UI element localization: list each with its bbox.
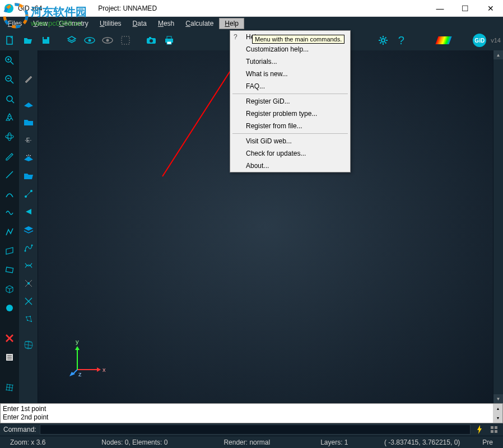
dotted-box-icon[interactable] <box>118 32 133 48</box>
svg-text:x: x <box>103 366 106 373</box>
zoom-out-icon[interactable] <box>3 73 16 86</box>
menu-files[interactable]: Files <box>2 18 27 29</box>
mesh-irregular-icon[interactable] <box>22 338 35 352</box>
lightning-icon[interactable] <box>474 424 485 435</box>
menu-item-faq[interactable]: FAQ... <box>230 80 350 92</box>
scatter-icon[interactable] <box>22 312 35 326</box>
project-label: Project: UNNAMED <box>98 4 157 12</box>
question-icon: ? <box>234 33 237 41</box>
app-icon <box>4 4 13 13</box>
eye-hide-icon[interactable] <box>100 32 115 48</box>
layers-icon[interactable] <box>64 32 80 48</box>
svg-rect-49 <box>495 426 497 429</box>
layer-folder-icon[interactable] <box>22 115 35 129</box>
arc-tool-icon[interactable] <box>3 187 16 200</box>
menu-item-tutorials[interactable]: Tutorials... <box>230 55 350 68</box>
menu-data[interactable]: Data <box>127 18 152 29</box>
svg-rect-48 <box>491 426 493 429</box>
zoom-fit-icon[interactable] <box>3 92 16 105</box>
rotate-3d-icon[interactable] <box>3 130 16 143</box>
log-scrollbar[interactable]: ▴ ▾ <box>493 404 502 423</box>
sphere-tool-icon[interactable] <box>3 301 16 315</box>
delete-x-icon[interactable] <box>3 332 16 345</box>
svg-rect-2 <box>44 37 47 39</box>
command-input[interactable] <box>40 424 471 435</box>
viewport-scrollbar[interactable]: ▲ ▼ <box>493 50 503 403</box>
svg-point-9 <box>150 39 153 43</box>
menu-help[interactable]: Help <box>219 18 244 29</box>
close-button[interactable]: ✕ <box>478 0 503 17</box>
svg-rect-51 <box>495 430 497 433</box>
print-icon[interactable] <box>161 32 177 48</box>
status-bar: Zoom: x 3.6 Nodes: 0, Elements: 0 Render… <box>0 436 503 448</box>
recycle-icon[interactable] <box>3 111 16 124</box>
command-log: Enter 1st point Enter 2nd point ▴ ▾ <box>0 403 503 423</box>
scroll-down-icon[interactable]: ▾ <box>493 413 502 423</box>
svg-marker-34 <box>97 367 101 372</box>
line-tool-icon[interactable] <box>3 168 16 181</box>
menu-item-check-updates[interactable]: Check for updates... <box>230 147 350 160</box>
intersect-icon[interactable] <box>22 295 35 308</box>
menu-item-customization-help[interactable]: Customization help... <box>230 43 350 55</box>
menu-utilities[interactable]: Utilities <box>94 18 127 29</box>
box-tool-icon[interactable] <box>3 282 16 296</box>
eye-show-icon[interactable] <box>82 32 97 48</box>
menu-item-register-gid[interactable]: Register GiD... <box>230 95 350 108</box>
grid-icon[interactable] <box>488 424 500 435</box>
folder-open-icon[interactable] <box>22 169 35 183</box>
scroll-up-icon[interactable]: ▴ <box>493 404 502 413</box>
menu-item-about[interactable]: About... <box>230 160 350 172</box>
layers-multi-icon[interactable] <box>22 223 35 236</box>
polyline-tool-icon[interactable] <box>3 225 16 239</box>
rainbow-arrow-icon[interactable] <box>436 32 451 48</box>
menu-item-register-from-file[interactable]: Register from file... <box>230 120 350 132</box>
camera-icon[interactable] <box>143 32 159 48</box>
menu-geometry[interactable]: Geometry <box>53 18 94 29</box>
title-bar: GiD x64 Project: UNNAMED — ☐ ✕ <box>0 0 503 17</box>
svg-point-14 <box>381 39 385 42</box>
settings-gear-icon[interactable] <box>375 32 391 48</box>
scroll-down-icon[interactable]: ▼ <box>493 394 503 403</box>
rectangle-tool-icon[interactable] <box>3 263 16 277</box>
edge-label-icon[interactable]: ·E· <box>22 133 35 147</box>
arrow-left-icon[interactable] <box>22 205 35 218</box>
mesh-icon[interactable] <box>3 381 16 394</box>
status-layers: Layers: 1 <box>320 438 348 446</box>
scroll-up-icon[interactable]: ▲ <box>493 50 503 59</box>
scroll-track[interactable] <box>493 59 503 394</box>
open-folder-icon[interactable] <box>20 32 36 48</box>
snap-point-icon[interactable] <box>22 277 35 290</box>
edit-pencil-icon[interactable] <box>22 72 35 85</box>
svg-text:y: y <box>76 338 79 345</box>
nurbs-tool-icon[interactable] <box>3 206 16 220</box>
menu-view[interactable]: View <box>27 18 53 29</box>
gid-badge-icon[interactable]: GiD <box>473 34 486 47</box>
pencil-tool-icon[interactable] <box>3 149 16 162</box>
left-toolbar-secondary: ·E· <box>19 50 38 403</box>
curve-reverse-icon[interactable] <box>22 259 35 272</box>
menu-item-register-problem-type[interactable]: Register problem type... <box>230 108 350 120</box>
new-file-icon[interactable] <box>2 32 18 48</box>
menu-item-visit-gid-web[interactable]: Visit GiD web... <box>230 135 350 147</box>
svg-rect-10 <box>149 37 151 39</box>
record-icon[interactable] <box>22 54 35 67</box>
layer-shine-icon[interactable] <box>22 151 35 165</box>
zoom-in-icon[interactable] <box>3 54 16 67</box>
separator <box>3 320 16 326</box>
svg-marker-37 <box>75 346 80 350</box>
menu-calculate[interactable]: Calculate <box>180 18 219 29</box>
list-icon[interactable] <box>3 351 16 364</box>
surface-tool-icon[interactable] <box>3 244 16 258</box>
help-question-icon[interactable]: ? <box>393 32 409 48</box>
log-line: Enter 1st point <box>3 405 500 413</box>
curve-edit-icon[interactable] <box>22 241 35 254</box>
vertex-connect-icon[interactable] <box>22 187 35 200</box>
menu-mesh[interactable]: Mesh <box>152 18 180 29</box>
save-icon[interactable] <box>38 32 54 48</box>
layer-single-icon[interactable] <box>22 97 35 111</box>
minimize-button[interactable]: — <box>427 0 453 17</box>
maximize-button[interactable]: ☐ <box>453 0 478 17</box>
svg-rect-50 <box>491 430 493 433</box>
menu-item-what-is-new[interactable]: What is new... <box>230 68 350 80</box>
command-bar: Command: <box>0 423 503 436</box>
